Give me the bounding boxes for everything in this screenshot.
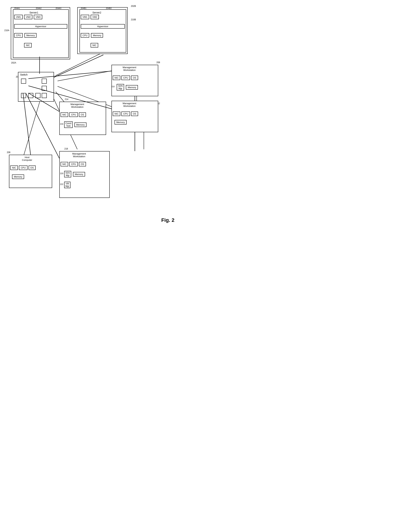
switch-port-5 <box>28 93 33 98</box>
mw-218-memory: Memory <box>73 172 85 176</box>
switch-port-3 <box>42 93 47 98</box>
server1-vm3: VM3 <box>34 15 42 19</box>
host-memory: Memory <box>12 174 24 179</box>
ref-220: 220 <box>60 172 63 174</box>
server2-vm2: VM2 <box>91 15 99 19</box>
ref-204b1: 204B1 <box>81 7 87 9</box>
server2-outer-box: 202B 210B Server2 204B1 204B2 VM1 VM2 Hy… <box>77 7 128 54</box>
fig-label: Fig. 2 <box>161 217 174 223</box>
server1-vm2: VM2 <box>24 15 32 19</box>
ref-218: 218 <box>64 148 68 150</box>
mw-208-title: ManagementWorkstation <box>123 66 136 71</box>
ref-202a: 202A <box>11 61 16 64</box>
svg-line-15 <box>23 93 30 155</box>
ref-204b2: 204B2 <box>106 7 112 9</box>
switch-port-1 <box>42 79 47 84</box>
server2-vm1: VM1 <box>81 15 89 19</box>
server2-inner-box: Server2 204B1 204B2 VM1 VM2 Hypervisor C… <box>80 9 126 52</box>
server1-inner-box: Server1 204A1 204A2 204A3 VM1 VM2 VM3 Hy… <box>13 9 69 58</box>
mw-218-vm-mgr: VMMgr <box>64 182 70 188</box>
server2-memory: Memory <box>91 33 103 38</box>
server1-cpu: CPU <box>14 33 23 38</box>
svg-line-14 <box>26 93 59 158</box>
diagram: 210A Server1 204A1 204A2 204A3 VM1 VM2 V… <box>0 0 180 225</box>
svg-line-4 <box>56 92 65 102</box>
ref-216: 216 <box>60 123 63 125</box>
host-os: OS <box>29 165 36 170</box>
switch-label: Switch <box>20 73 28 76</box>
switch-port-2 <box>42 86 47 91</box>
ref-204a3: 204A3 <box>56 7 61 9</box>
ref-206: 206 <box>7 151 10 154</box>
ref-210: 210 <box>111 85 115 88</box>
mw-218-nic: NIC <box>60 162 68 166</box>
mw-212-memory: Memory <box>115 120 127 124</box>
mw-218-os: OS <box>79 162 86 166</box>
server2-nic: NIC <box>91 43 98 48</box>
mw-218-cpu: CPU <box>69 162 78 166</box>
mw-218-sds-mgr: SDSMgr <box>64 171 71 177</box>
server1-outer-box: 210A Server1 204A1 204A2 204A3 VM1 VM2 V… <box>11 7 70 59</box>
mw-208-box: ManagementWorkstation NIC CPU OS 210 SDN… <box>111 65 158 96</box>
mw-212-cpu: CPU <box>121 111 130 116</box>
mw-214-nic: NIC <box>60 112 68 117</box>
switch-port-6 <box>35 93 40 98</box>
mw-208-nic: NIC <box>113 76 120 80</box>
mw-214-os: OS <box>79 112 86 117</box>
host-computer-title: HostComputer <box>22 156 32 161</box>
ref-208: 208 <box>156 61 160 64</box>
server1-memory: Memory <box>24 33 37 38</box>
ref-210b: 210B <box>131 18 136 21</box>
mw-208-sdn-mgr: SDNMgr <box>117 84 124 91</box>
mw-214-cpu: CPU <box>69 112 78 117</box>
mw-214-title: ManagementWorkstation <box>70 103 84 108</box>
server2-hypervisor: Hypervisor <box>81 24 125 29</box>
svg-line-6 <box>23 96 41 156</box>
host-cpu: CPU <box>19 165 27 170</box>
switch-box: Switch <box>18 72 54 102</box>
ref-204a1: 204A1 <box>14 7 20 9</box>
mw-214-coord-task: CoordTask <box>64 121 73 128</box>
host-computer-box: HostComputer NIC CPU OS Memory <box>9 155 52 188</box>
mw-218-box: ManagementWorkstation NIC CPU OS 220 SDS… <box>59 151 110 198</box>
server1-label: Server1 <box>30 11 38 14</box>
server1-vm1: VM1 <box>14 15 23 19</box>
ref-202b: 202B <box>131 5 136 7</box>
mw-214-box: ManagementWorkstation NIC CPU OS 216 Coo… <box>59 102 106 135</box>
mw-212-box: ManagementWorkstation NIC CPU OS Memory <box>111 101 158 132</box>
mw-212-os: OS <box>131 111 138 116</box>
server2-label: Server2 <box>92 11 101 14</box>
svg-line-2 <box>58 70 115 81</box>
mw-208-os: OS <box>131 76 138 80</box>
mw-218-title: ManagementWorkstation <box>72 152 86 158</box>
server1-hypervisor: Hypervisor <box>14 24 67 29</box>
ref-210a: 210A <box>4 29 9 32</box>
host-nic: NIC <box>10 165 18 170</box>
ref-222: 222 <box>60 183 63 185</box>
mw-208-cpu: CPU <box>121 76 130 80</box>
server2-cpu: CPU <box>81 33 89 38</box>
mw-214-memory: Memory <box>74 122 87 127</box>
switch-port-4 <box>21 93 26 98</box>
mw-212-title: ManagementWorkstation <box>123 102 136 107</box>
ref-214: 214 <box>65 98 68 101</box>
mw-212-nic: NIC <box>113 111 120 116</box>
ref-204a2: 204A2 <box>36 7 41 9</box>
switch-port-7 <box>21 79 26 84</box>
mw-208-memory: Memory <box>126 85 138 90</box>
server1-nic: NIC <box>24 43 32 48</box>
